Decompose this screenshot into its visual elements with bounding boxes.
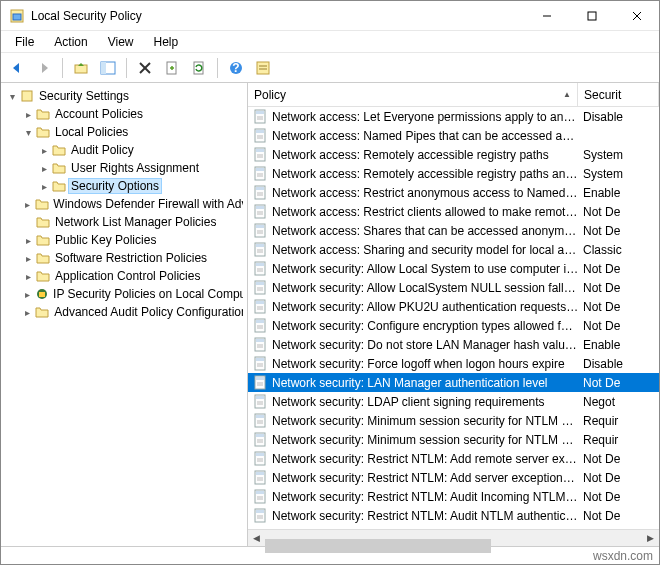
policy-name: Network security: Allow PKU2U authentica… [272, 300, 579, 314]
policy-row[interactable]: Network security: Minimum session securi… [248, 411, 659, 430]
properties-button[interactable] [251, 56, 275, 80]
menu-view[interactable]: View [98, 33, 144, 51]
policy-row[interactable]: Network security: Allow LocalSystem NULL… [248, 278, 659, 297]
tree-item[interactable]: ▸Software Restriction Policies [5, 249, 247, 267]
expand-icon[interactable]: ▸ [21, 235, 35, 246]
tree-item[interactable]: ▸Application Control Policies [5, 267, 247, 285]
policy-icon [251, 223, 269, 238]
svg-rect-3 [588, 12, 596, 20]
policy-row[interactable]: Network security: Restrict NTLM: Add rem… [248, 449, 659, 468]
policy-row[interactable]: Network security: Do not store LAN Manag… [248, 335, 659, 354]
tree-item[interactable]: ▸Public Key Policies [5, 231, 247, 249]
policy-setting: Not De [579, 300, 659, 314]
policy-setting: Disable [579, 357, 659, 371]
tree-item[interactable]: ▸Audit Policy [5, 141, 247, 159]
tree-root[interactable]: ▾ Security Settings [5, 87, 247, 105]
policy-row[interactable]: Network access: Remotely accessible regi… [248, 145, 659, 164]
policy-row[interactable]: Network security: Force logoff when logo… [248, 354, 659, 373]
scroll-left-icon[interactable]: ◀ [248, 533, 265, 543]
up-folder-button[interactable] [69, 56, 93, 80]
expand-icon[interactable]: ▸ [21, 271, 35, 282]
policy-row[interactable]: Network security: Restrict NTLM: Audit N… [248, 506, 659, 525]
policy-row[interactable]: Network security: Restrict NTLM: Audit I… [248, 487, 659, 506]
policy-icon [251, 394, 269, 409]
menu-file[interactable]: File [5, 33, 44, 51]
refresh-button[interactable] [187, 56, 211, 80]
policy-row[interactable]: Network security: LDAP client signing re… [248, 392, 659, 411]
scroll-thumb[interactable] [265, 539, 491, 553]
policy-row[interactable]: Network security: Minimum session securi… [248, 430, 659, 449]
policy-setting: Not De [579, 205, 659, 219]
svg-rect-1 [13, 14, 21, 20]
expand-icon[interactable]: ▸ [21, 199, 34, 210]
navigation-tree[interactable]: ▾ Security Settings ▸Account Policies▾Lo… [1, 83, 248, 546]
maximize-button[interactable] [569, 1, 614, 30]
scroll-right-icon[interactable]: ▶ [642, 533, 659, 543]
forward-button[interactable] [32, 56, 56, 80]
menu-help[interactable]: Help [144, 33, 189, 51]
tree-item[interactable]: ▸Advanced Audit Policy Configuration [5, 303, 247, 321]
folder-icon [35, 304, 51, 320]
expand-icon[interactable]: ▸ [21, 109, 35, 120]
tree-item[interactable]: ▸Account Policies [5, 105, 247, 123]
delete-button[interactable] [133, 56, 157, 80]
folder-icon [34, 196, 49, 212]
policy-row[interactable]: Network security: Configure encryption t… [248, 316, 659, 335]
svg-rect-58 [256, 282, 264, 285]
column-policy[interactable]: Policy▲ [248, 83, 578, 106]
policy-row[interactable]: Network access: Sharing and security mod… [248, 240, 659, 259]
close-button[interactable] [614, 1, 659, 30]
policy-row[interactable]: Network security: LAN Manager authentica… [248, 373, 659, 392]
folder-icon [35, 106, 51, 122]
expand-icon[interactable]: ▸ [21, 307, 35, 318]
policy-row[interactable]: Network access: Restrict clients allowed… [248, 202, 659, 221]
export-button[interactable] [160, 56, 184, 80]
expand-icon[interactable]: ▾ [5, 91, 19, 102]
policy-row[interactable]: Network security: Allow PKU2U authentica… [248, 297, 659, 316]
column-security[interactable]: Securit [578, 83, 659, 106]
status-text: wsxdn.com [593, 549, 653, 563]
ipsec-icon [34, 286, 49, 302]
back-button[interactable] [5, 56, 29, 80]
expand-icon[interactable]: ▸ [21, 253, 35, 264]
policy-setting: Enable [579, 186, 659, 200]
policy-row[interactable]: Network access: Shares that can be acces… [248, 221, 659, 240]
expand-icon[interactable]: ▸ [21, 289, 34, 300]
tree-item[interactable]: ▸Network List Manager Policies [5, 213, 247, 231]
policy-setting: Not De [579, 490, 659, 504]
minimize-button[interactable] [524, 1, 569, 30]
policy-list: Policy▲ Securit Network access: Let Ever… [248, 83, 659, 546]
tree-item[interactable]: ▸User Rights Assignment [5, 159, 247, 177]
expand-icon[interactable]: ▾ [21, 127, 35, 138]
expand-icon[interactable]: ▸ [37, 145, 51, 156]
policy-setting: Negot [579, 395, 659, 409]
show-hide-tree-button[interactable] [96, 56, 120, 80]
policy-setting: Not De [579, 224, 659, 238]
menu-action[interactable]: Action [44, 33, 97, 51]
policy-row[interactable]: Network access: Restrict anonymous acces… [248, 183, 659, 202]
tree-item[interactable]: ▸IP Security Policies on Local Compute [5, 285, 247, 303]
policy-row[interactable]: Network access: Let Everyone permissions… [248, 107, 659, 126]
folder-icon [35, 268, 51, 284]
help-button[interactable]: ? [224, 56, 248, 80]
window-title: Local Security Policy [31, 9, 524, 23]
policy-name: Network security: Allow LocalSystem NULL… [272, 281, 579, 295]
tree-item[interactable]: ▸Security Options [5, 177, 247, 195]
policy-row[interactable]: Network access: Remotely accessible regi… [248, 164, 659, 183]
expand-icon[interactable]: ▸ [37, 181, 51, 192]
policy-row[interactable]: Network security: Allow Local System to … [248, 259, 659, 278]
window-controls [524, 1, 659, 30]
svg-rect-50 [256, 244, 264, 247]
policy-setting: Not De [579, 262, 659, 276]
tree-label: Public Key Policies [55, 233, 156, 247]
policy-row[interactable]: Network access: Named Pipes that can be … [248, 126, 659, 145]
tree-item[interactable]: ▾Local Policies [5, 123, 247, 141]
folder-icon [35, 250, 51, 266]
svg-rect-98 [256, 472, 264, 475]
svg-rect-78 [256, 377, 264, 380]
list-body[interactable]: Network access: Let Everyone permissions… [248, 107, 659, 529]
policy-row[interactable]: Network security: Restrict NTLM: Add ser… [248, 468, 659, 487]
expand-icon[interactable]: ▸ [37, 163, 51, 174]
list-horizontal-scrollbar[interactable]: ◀ ▶ [248, 529, 659, 546]
tree-item[interactable]: ▸Windows Defender Firewall with Adva [5, 195, 247, 213]
